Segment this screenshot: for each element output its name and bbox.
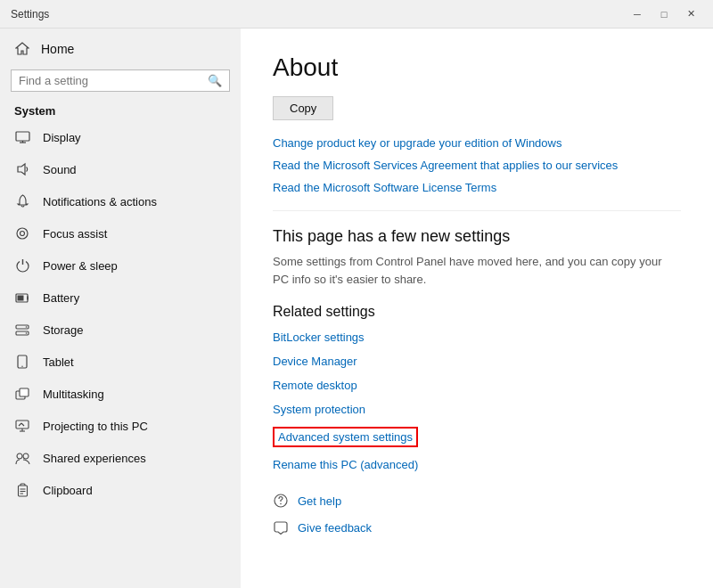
sidebar-item-shared-label: Shared experiences: [43, 452, 146, 465]
get-help-icon: [273, 493, 289, 509]
svg-marker-3: [18, 164, 25, 175]
title-bar: Settings ─ □ ✕: [0, 0, 713, 29]
title-bar-title: Settings: [11, 8, 626, 20]
sidebar-item-shared[interactable]: Shared experiences: [0, 442, 241, 474]
svg-line-20: [21, 423, 24, 426]
sidebar-item-storage-label: Storage: [43, 323, 84, 337]
sidebar-item-tablet[interactable]: Tablet: [0, 346, 241, 378]
maximize-button[interactable]: □: [652, 5, 676, 23]
notifications-icon: [14, 193, 30, 209]
svg-point-4: [17, 228, 28, 239]
sidebar-item-projecting[interactable]: Projecting to this PC: [0, 410, 241, 442]
bottom-links: Get help Give feedback: [273, 493, 681, 535]
sidebar-home-label: Home: [41, 42, 74, 56]
new-settings-desc: Some settings from Control Panel have mo…: [273, 253, 681, 288]
link-rename-pc[interactable]: Rename this PC (advanced): [273, 458, 681, 471]
display-icon: [14, 129, 30, 145]
search-box: 🔍: [11, 69, 230, 92]
sidebar-item-multitasking-label: Multitasking: [43, 388, 104, 401]
minimize-button[interactable]: ─: [626, 5, 649, 23]
home-icon: [14, 41, 30, 57]
link-services-agreement[interactable]: Read the Microsoft Services Agreement th…: [273, 159, 681, 172]
give-feedback-label[interactable]: Give feedback: [298, 521, 372, 535]
svg-point-13: [21, 366, 22, 367]
svg-point-28: [280, 503, 282, 505]
sidebar-item-clipboard-label: Clipboard: [43, 484, 93, 497]
sidebar-item-clipboard[interactable]: Clipboard: [0, 474, 241, 506]
sidebar-item-home[interactable]: Home: [0, 32, 241, 66]
svg-point-22: [23, 453, 29, 459]
svg-rect-0: [16, 132, 29, 141]
svg-line-19: [19, 423, 21, 426]
link-advanced-system[interactable]: Advanced system settings: [273, 427, 418, 447]
sound-icon: [14, 161, 30, 177]
sidebar-section-label: System: [0, 99, 241, 121]
page-title: About: [273, 53, 681, 82]
give-feedback-icon: [273, 519, 289, 535]
sidebar-item-battery-label: Battery: [43, 291, 79, 305]
related-settings-title: Related settings: [273, 304, 681, 320]
sidebar: Home 🔍 System Display Sound: [0, 29, 241, 588]
get-help-label[interactable]: Get help: [298, 494, 341, 508]
copy-button[interactable]: Copy: [273, 96, 333, 120]
sidebar-item-power-label: Power & sleep: [43, 259, 118, 273]
sidebar-item-tablet-label: Tablet: [43, 355, 74, 369]
battery-icon: [14, 290, 30, 306]
clipboard-icon: [14, 482, 30, 498]
sidebar-item-focus-label: Focus assist: [43, 227, 107, 241]
focus-icon: [14, 225, 30, 241]
sidebar-item-notifications[interactable]: Notifications & actions: [0, 185, 241, 217]
sidebar-item-sound[interactable]: Sound: [0, 153, 241, 185]
storage-icon: [14, 322, 30, 338]
link-product-key[interactable]: Change product key or upgrade your editi…: [273, 136, 681, 150]
give-feedback-item[interactable]: Give feedback: [273, 519, 681, 535]
link-remote-desktop[interactable]: Remote desktop: [273, 379, 681, 392]
link-software-license[interactable]: Read the Microsoft Software License Term…: [273, 181, 681, 194]
power-icon: [14, 257, 30, 274]
content-area: About Copy Change product key or upgrade…: [241, 29, 713, 588]
sidebar-item-notifications-label: Notifications & actions: [43, 195, 157, 208]
sidebar-item-display[interactable]: Display: [0, 121, 241, 153]
tablet-icon: [14, 354, 30, 370]
sidebar-item-power[interactable]: Power & sleep: [0, 249, 241, 282]
sidebar-item-display-label: Display: [43, 131, 81, 144]
search-input[interactable]: [19, 74, 202, 87]
link-bitlocker[interactable]: BitLocker settings: [273, 331, 681, 344]
svg-rect-7: [17, 295, 23, 300]
search-icon: 🔍: [208, 74, 222, 87]
link-device-manager[interactable]: Device Manager: [273, 355, 681, 368]
link-system-protection[interactable]: System protection: [273, 403, 681, 416]
title-bar-controls: ─ □ ✕: [626, 5, 702, 23]
svg-point-10: [26, 326, 28, 328]
sidebar-item-focus[interactable]: Focus assist: [0, 217, 241, 249]
sidebar-item-projecting-label: Projecting to this PC: [43, 420, 148, 433]
shared-icon: [14, 450, 30, 466]
app-body: Home 🔍 System Display Sound: [0, 29, 713, 588]
close-button[interactable]: ✕: [679, 5, 702, 23]
get-help-item[interactable]: Get help: [273, 493, 681, 509]
divider-1: [273, 210, 681, 211]
new-settings-heading: This page has a few new settings: [273, 227, 681, 246]
svg-point-21: [17, 453, 22, 459]
sidebar-item-multitasking[interactable]: Multitasking: [0, 378, 241, 410]
svg-point-5: [20, 232, 25, 236]
sidebar-item-sound-label: Sound: [43, 163, 77, 176]
projecting-icon: [14, 418, 30, 434]
svg-point-11: [26, 332, 28, 334]
multitasking-icon: [14, 386, 30, 402]
svg-rect-15: [20, 388, 29, 396]
sidebar-item-storage[interactable]: Storage: [0, 314, 241, 346]
sidebar-item-battery[interactable]: Battery: [0, 282, 241, 314]
